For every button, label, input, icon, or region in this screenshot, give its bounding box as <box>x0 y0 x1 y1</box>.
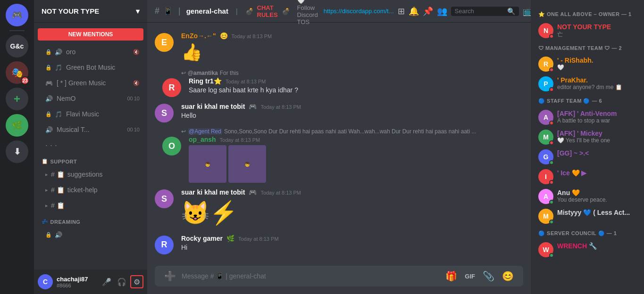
channel-item-oro[interactable]: 🔒 🔊 oro 🔇 <box>38 44 143 59</box>
channel-item-feedback[interactable]: ▸ # 📋 ticket-help <box>38 182 143 197</box>
sticker-icon[interactable]: 📎 <box>481 269 496 284</box>
message-group: ↩ @amantika For this R Ring tr1⭐ Today a… <box>147 68 531 99</box>
channel-name: [ * ] Green Music <box>57 79 106 87</box>
member-item[interactable]: M Mistyyy 💙 ( Less Act... <box>535 207 640 226</box>
search-input[interactable] <box>455 8 505 15</box>
member-name: [AFK] ' Mickey <box>557 130 636 137</box>
category-support[interactable]: 📋 SUPPORT <box>34 156 147 166</box>
channel-item-afk[interactable]: 🔒 🔊 <box>38 227 143 242</box>
category-dreaming[interactable]: 💤 DREAMING <box>34 217 147 227</box>
message-author: Rocky gamer <box>181 235 223 242</box>
member-item[interactable]: A Anu 🧡 You deserve peace. <box>535 187 640 206</box>
user-info: chachaji87 #8666 <box>57 276 96 288</box>
category-label-text: DREAMING <box>50 219 81 225</box>
message-content: op_ansh Today at 8:13 PM 👦 👦 <box>189 136 516 183</box>
green-server-icon[interactable]: 🌿 <box>6 114 28 137</box>
author-badge: 🎮 <box>249 103 257 110</box>
header-divider: | <box>178 6 181 16</box>
upload-icon[interactable]: ➕ <box>162 269 178 284</box>
new-mentions-button[interactable]: NEW MENTIONS <box>38 28 143 41</box>
gc-server-icon[interactable]: G&c <box>6 35 28 57</box>
avatar: S <box>155 189 174 208</box>
message-group: S suar ki khal me tobit 🎮 Today at 8:13 … <box>147 101 531 124</box>
author-emoji: 😊 <box>220 32 228 40</box>
hash-icon: # <box>51 171 55 178</box>
message-author: suar ki khal me tobit <box>181 103 245 110</box>
pin-icon[interactable]: 📌 <box>423 6 433 16</box>
emoji-icon[interactable]: 😊 <box>500 269 516 284</box>
member-avatar: I <box>538 169 553 184</box>
member-info: ' - RiShabh. 🤍 <box>557 57 636 71</box>
channel-item-flavi-music[interactable]: 🔒 🎵 Flavi Music <box>38 106 143 122</box>
download-server-icon[interactable]: ⬇ <box>6 140 28 163</box>
gift-icon[interactable]: 🎁 <box>443 269 459 284</box>
search-box[interactable]: 🔍 <box>451 7 519 16</box>
discord-tos-link[interactable]: https://discordapp.com/t... <box>324 8 394 15</box>
status-dot <box>549 220 554 224</box>
member-item[interactable]: A [AFK] ' Anti-Venom A battle to stop a … <box>535 108 640 127</box>
image-thumbnail: 👦 <box>189 145 226 183</box>
member-item[interactable]: N NOT YOUR TYPE 亡 <box>535 21 640 41</box>
rules-emoji-2: 💣 <box>282 8 290 15</box>
gif-button[interactable]: GIF <box>463 272 477 281</box>
member-name: ' Ice 🧡 ▶ <box>557 169 636 177</box>
reply-text: For this <box>220 70 239 76</box>
channel-item-green-bot-music[interactable]: 🔒 🎵 Green Bot Music <box>38 60 143 75</box>
message-input[interactable] <box>182 267 440 285</box>
channel-item-ticket-help[interactable]: ▸ # 📋 <box>38 198 143 213</box>
user-area: C chachaji87 #8666 🎤 🎧 ⚙ <box>34 270 147 294</box>
member-item[interactable]: G [GG] ~ >.< <box>535 147 640 166</box>
notification-icon[interactable]: 🔔 <box>409 6 419 16</box>
voice-icon: 🎵 <box>55 111 62 118</box>
message-header: suar ki khal me tobit 🎮 Today at 8:13 PM <box>181 188 523 196</box>
mute-icon: 🔇 <box>133 80 140 86</box>
members-icon[interactable]: 👥 <box>437 6 447 16</box>
reply-icon: ↩ <box>181 128 186 135</box>
member-section-title: 🛡 MANAGEMENT TEAM 🛡 — 2 <box>535 41 640 53</box>
message-author: op_ansh <box>189 136 216 143</box>
chat-rules-link[interactable]: CHAT RULES <box>257 4 278 18</box>
hash-icon: # <box>51 202 55 209</box>
member-name: [AFK] ' Anti-Venom <box>557 110 636 117</box>
message-text: Hello <box>181 111 523 121</box>
status-dot <box>549 67 554 72</box>
server-header-chevron: ▾ <box>136 7 140 16</box>
member-item[interactable]: R ' - RiShabh. 🤍 <box>535 55 640 74</box>
server-header[interactable]: NOT YOUR TYPE ▾ <box>34 0 147 23</box>
message-group: E EnZo→.←" 😊 Today at 8:13 PM 👍 <box>147 30 531 66</box>
message-header: op_ansh Today at 8:13 PM <box>189 136 516 143</box>
message-group: R Rocky gamer 🌿 Today at 8:13 PM Hi <box>147 233 531 256</box>
reply-author: @amantika <box>188 70 218 76</box>
member-item[interactable]: I ' Ice 🧡 ▶ <box>535 167 640 186</box>
deafen-button[interactable]: 🎧 <box>115 275 128 288</box>
settings-button[interactable]: ⚙ <box>130 275 143 288</box>
message-timestamp: Today at 8:13 PM <box>220 137 260 143</box>
reply-mention: @Agent Red <box>188 128 222 135</box>
status-dot <box>549 253 554 258</box>
channel-type-icon: 📱 <box>163 7 173 16</box>
lock-icon: 🔒 <box>45 65 52 71</box>
chat-header: # 📱 | general-chat | 💣 CHAT RULES 💣 🤍 Fo… <box>147 0 531 23</box>
channel-item-musical[interactable]: 🔊 Musical T... 00 10 <box>38 122 143 137</box>
member-item[interactable]: M [AFK] ' Mickey 🤍 Yes I'll be the one <box>535 128 640 147</box>
channel-item-suggestions[interactable]: ▸ # 📋 suggestions <box>38 167 143 182</box>
mute-button[interactable]: 🎤 <box>100 275 113 288</box>
inbox-icon[interactable]: 📺 <box>523 6 531 16</box>
member-info: ' PraKhar. editor anyone? dm me 📋 <box>557 76 636 90</box>
header-separator: | <box>236 8 238 15</box>
message-content: suar ki khal me tobit 🎮 Today at 8:13 PM… <box>181 188 523 229</box>
member-item[interactable]: W WRENCH 🔧 <box>535 240 640 259</box>
member-section-title: 🔵 STAFF TEAM 🔵 — 6 <box>535 94 640 106</box>
separator-dots: · · · <box>38 138 143 153</box>
notification-badge: 23 <box>21 76 29 85</box>
message-timestamp: Today at 8:13 PM <box>260 190 301 196</box>
user-avatar: C <box>38 274 53 289</box>
anime-server-icon[interactable]: 🎭 23 <box>6 61 28 84</box>
channel-item-nemo[interactable]: 🔊 NemO 00 10 <box>38 91 143 106</box>
add-channel-icon[interactable]: ⊞ <box>398 6 405 16</box>
channel-item-green-music[interactable]: 🎮 [ * ] Green Music 🔇 <box>38 75 143 90</box>
discord-server-icon[interactable]: 🎮 <box>6 4 28 26</box>
voice-icon: 🔊 <box>55 231 62 238</box>
member-item[interactable]: P ' PraKhar. editor anyone? dm me 📋 <box>535 74 640 93</box>
add-server-icon[interactable]: + <box>6 88 28 110</box>
